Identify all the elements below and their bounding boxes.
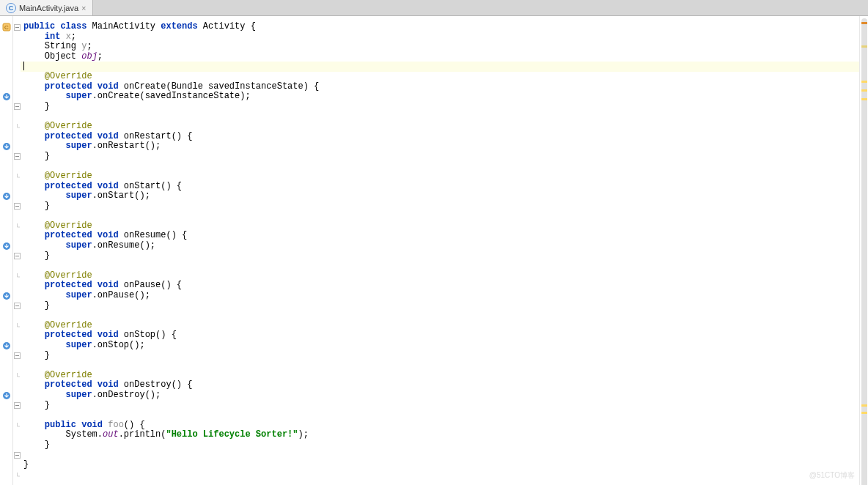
code-line[interactable]: }: [21, 351, 859, 361]
fold-toggle-icon[interactable]: [13, 102, 21, 112]
code-line[interactable]: @Override: [21, 171, 859, 182]
fold-end-icon: [13, 271, 21, 281]
fold-end-icon: [13, 221, 21, 232]
fold-toggle-icon[interactable]: [13, 201, 21, 212]
code-line[interactable]: [21, 62, 859, 72]
code-line[interactable]: protected void onCreate(Bundle savedInst…: [21, 82, 859, 92]
code-line[interactable]: @Override: [21, 321, 859, 331]
code-line[interactable]: super.onDestroy();: [21, 390, 859, 401]
fold-toggle-icon[interactable]: [13, 152, 21, 162]
code-line[interactable]: System.out.println("Hello Lifecycle Sort…: [21, 430, 859, 440]
code-line[interactable]: }: [21, 401, 859, 411]
file-tab[interactable]: C MainActivity.java ×: [0, 0, 93, 15]
code-line[interactable]: }: [21, 152, 859, 162]
editor-root: C MainActivity.java × C public class Mai…: [0, 0, 868, 485]
code-line[interactable]: [21, 261, 859, 271]
fold-toggle-icon[interactable]: [13, 351, 21, 361]
code-line[interactable]: }: [21, 251, 859, 262]
code-line[interactable]: [21, 161, 859, 171]
code-line[interactable]: }: [21, 102, 859, 112]
fold-end-icon: [13, 371, 21, 381]
code-line[interactable]: }: [21, 440, 859, 451]
fold-end-icon: [13, 470, 21, 481]
code-line[interactable]: protected void onResume() {: [21, 231, 859, 241]
code-line[interactable]: }: [21, 201, 859, 212]
error-stripe-marker[interactable]: [861, 404, 867, 407]
code-line[interactable]: super.onRestart();: [21, 141, 859, 152]
code-line[interactable]: @Override: [21, 72, 859, 82]
code-line[interactable]: }: [21, 301, 859, 311]
override-gutter-icon[interactable]: [0, 341, 13, 351]
fold-end-icon: [13, 321, 21, 331]
error-stripe-marker[interactable]: [861, 45, 867, 48]
code-line[interactable]: protected void onPause() {: [21, 281, 859, 291]
error-stripe[interactable]: [859, 16, 868, 485]
code-area[interactable]: public class MainActivity extends Activi…: [21, 16, 859, 485]
code-line[interactable]: Object obj;: [21, 52, 859, 62]
error-stripe-marker[interactable]: [861, 89, 867, 92]
code-line[interactable]: public class MainActivity extends Activi…: [21, 22, 859, 32]
fold-toggle-icon[interactable]: [13, 22, 21, 32]
fold-end-icon: [13, 421, 21, 431]
fold-toggle-icon[interactable]: [13, 301, 21, 311]
error-stripe-marker[interactable]: [861, 22, 867, 24]
error-stripe-marker[interactable]: [861, 81, 867, 83]
code-line[interactable]: super.onResume();: [21, 241, 859, 251]
fold-end-icon: [13, 171, 21, 182]
code-line[interactable]: protected void onDestroy() {: [21, 380, 859, 390]
code-line[interactable]: @Override: [21, 371, 859, 381]
code-line[interactable]: super.onStart();: [21, 191, 859, 201]
code-line[interactable]: [21, 111, 859, 122]
code-line[interactable]: @Override: [21, 221, 859, 232]
code-line[interactable]: super.onPause();: [21, 291, 859, 301]
class-gutter-icon[interactable]: C: [0, 22, 13, 32]
override-gutter-icon[interactable]: [0, 191, 13, 201]
java-class-icon: C: [6, 3, 16, 13]
code-line[interactable]: protected void onRestart() {: [21, 132, 859, 142]
code-line[interactable]: super.onStop();: [21, 341, 859, 351]
error-stripe-marker[interactable]: [861, 98, 867, 100]
tab-bar: C MainActivity.java ×: [0, 0, 868, 16]
code-line[interactable]: [21, 451, 859, 461]
code-line[interactable]: int x;: [21, 32, 859, 42]
close-icon[interactable]: ×: [81, 4, 86, 12]
override-gutter-icon[interactable]: [0, 390, 13, 401]
code-line[interactable]: @Override: [21, 122, 859, 132]
tab-label: MainActivity.java: [19, 4, 78, 12]
code-line[interactable]: }: [21, 460, 859, 470]
gutter-folding[interactable]: [13, 16, 21, 485]
code-line[interactable]: [21, 410, 859, 421]
code-line[interactable]: [21, 360, 859, 371]
code-line[interactable]: [21, 311, 859, 321]
svg-text:C: C: [4, 24, 9, 31]
override-gutter-icon[interactable]: [0, 141, 13, 152]
fold-toggle-icon[interactable]: [13, 251, 21, 262]
override-gutter-icon[interactable]: [0, 241, 13, 251]
error-stripe-marker[interactable]: [861, 412, 867, 414]
code-line[interactable]: @Override: [21, 271, 859, 281]
code-line[interactable]: String y;: [21, 42, 859, 52]
scrollbar-thumb[interactable]: [861, 18, 867, 485]
editor-body: C public class MainActivity extends Acti…: [0, 16, 868, 485]
fold-toggle-icon[interactable]: [13, 401, 21, 411]
code-line[interactable]: protected void onStop() {: [21, 330, 859, 341]
watermark: @51CTO博客: [809, 470, 855, 481]
code-line[interactable]: public void foo() {: [21, 421, 859, 431]
fold-toggle-icon[interactable]: [13, 451, 21, 461]
code-line[interactable]: protected void onStart() {: [21, 182, 859, 192]
code-line[interactable]: [21, 211, 859, 221]
gutter-icons[interactable]: C: [0, 16, 13, 485]
fold-end-icon: [13, 122, 21, 132]
override-gutter-icon[interactable]: [0, 92, 13, 102]
code-line[interactable]: super.onCreate(savedInstanceState);: [21, 92, 859, 102]
override-gutter-icon[interactable]: [0, 291, 13, 301]
